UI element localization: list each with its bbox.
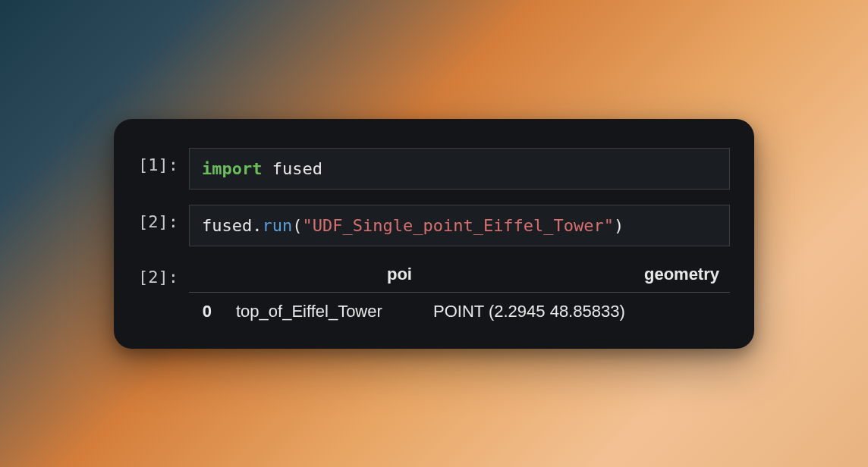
output-table: poi geometry 0 top_of_Eiffel_Tower POINT… — [189, 265, 730, 321]
code-input-1[interactable]: import fused — [189, 148, 730, 190]
output-prompt: [2]: — [138, 265, 189, 287]
table-header-poi: poi — [225, 265, 430, 284]
keyword-import: import — [202, 159, 262, 178]
code-input-2[interactable]: fused.run("UDF_Single_point_Eiffel_Tower… — [189, 205, 730, 246]
code-cell-2: [2]: fused.run("UDF_Single_point_Eiffel_… — [114, 197, 754, 254]
code-dot: . — [252, 216, 262, 235]
output-cell: [2]: poi geometry 0 top_of_Eiffel_Tower … — [114, 254, 754, 328]
code-object: fused — [202, 216, 252, 235]
code-paren-open: ( — [292, 216, 302, 235]
code-paren-close: ) — [614, 216, 624, 235]
table-header-row: poi geometry — [189, 265, 730, 293]
code-method: run — [262, 216, 292, 235]
module-name: fused — [272, 159, 322, 178]
table-header-geometry: geometry — [430, 265, 730, 284]
table-cell-poi: top_of_Eiffel_Tower — [225, 302, 430, 321]
notebook-panel: [1]: import fused [2]: fused.run("UDF_Si… — [114, 119, 754, 349]
cell-prompt-1: [1]: — [138, 148, 189, 174]
code-string: "UDF_Single_point_Eiffel_Tower" — [302, 216, 614, 235]
table-row: 0 top_of_Eiffel_Tower POINT (2.2945 48.8… — [189, 302, 730, 321]
table-header-blank — [189, 265, 225, 284]
cell-prompt-2: [2]: — [138, 205, 189, 231]
table-cell-geometry: POINT (2.2945 48.85833) — [430, 302, 730, 321]
code-cell-1: [1]: import fused — [114, 140, 754, 197]
table-cell-index: 0 — [189, 302, 225, 321]
